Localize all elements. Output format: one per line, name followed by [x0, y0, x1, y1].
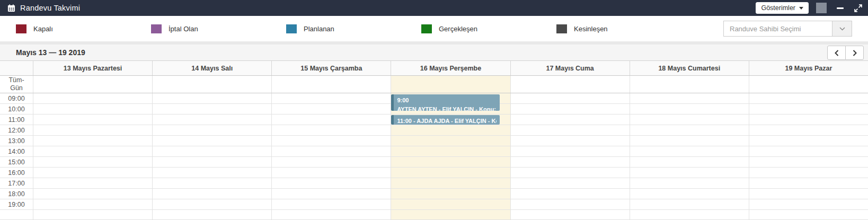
time-slot-cell[interactable] [153, 115, 271, 125]
owner-select-dropdown-button[interactable] [832, 21, 852, 37]
time-slot-cell[interactable] [511, 146, 630, 157]
time-slot-cell[interactable] [749, 210, 868, 220]
allday-cell[interactable] [152, 76, 271, 93]
time-slot-cell[interactable] [391, 136, 510, 146]
time-slot-cell[interactable] [749, 104, 868, 115]
time-slot-cell[interactable] [33, 189, 152, 199]
time-slot-cell[interactable] [153, 210, 271, 220]
allday-cell[interactable] [33, 76, 152, 93]
views-dropdown-button[interactable]: Gösterimler [756, 2, 809, 14]
next-week-button[interactable] [845, 46, 864, 60]
time-slot-cell[interactable] [272, 115, 391, 125]
time-slot-cell[interactable] [33, 146, 152, 157]
time-slot-cell[interactable] [630, 93, 749, 104]
time-slot-cell[interactable] [511, 104, 630, 115]
time-slot-cell[interactable] [511, 168, 630, 178]
appointment[interactable]: 11:00 - AJDA AJDA - Elif YALÇIN - Konu: … [391, 115, 499, 125]
gray-square-button[interactable] [816, 3, 827, 13]
time-slot-cell[interactable] [630, 168, 749, 178]
time-slot-cell[interactable] [630, 157, 749, 168]
time-slot-cell[interactable] [391, 125, 510, 136]
time-slot-cell[interactable] [749, 178, 868, 189]
time-slot-cell[interactable] [153, 189, 271, 199]
time-slot-cell[interactable] [749, 115, 868, 125]
time-slot-cell[interactable] [511, 136, 630, 146]
time-slot-cell[interactable] [272, 210, 391, 220]
time-slot-cell[interactable] [749, 168, 868, 178]
minimize-button[interactable] [835, 3, 845, 13]
time-slot-cell[interactable] [272, 125, 391, 136]
time-slot-cell[interactable] [630, 146, 749, 157]
time-slot-cell[interactable] [391, 178, 510, 189]
time-slot-cell[interactable] [272, 168, 391, 178]
time-slot-cell[interactable] [272, 189, 391, 199]
time-slot-cell[interactable] [630, 189, 749, 199]
time-slot-cell[interactable] [272, 146, 391, 157]
time-slot-cell[interactable] [33, 199, 152, 210]
allday-cell[interactable] [271, 76, 391, 93]
time-slot-cell[interactable] [33, 125, 152, 136]
time-slot-cell[interactable] [153, 168, 271, 178]
time-slot-cell[interactable] [511, 178, 630, 189]
allday-cell[interactable] [510, 76, 630, 93]
time-slot-cell[interactable] [153, 125, 271, 136]
time-slot-cell[interactable] [272, 157, 391, 168]
time-slot-cell[interactable] [749, 157, 868, 168]
time-slot-cell[interactable] [511, 93, 630, 104]
time-slot-cell[interactable] [630, 125, 749, 136]
time-slot-cell[interactable] [630, 178, 749, 189]
time-slot-cell[interactable] [511, 157, 630, 168]
time-slot-cell[interactable] [33, 136, 152, 146]
time-slot-cell[interactable] [511, 199, 630, 210]
time-slot-cell[interactable] [749, 189, 868, 199]
previous-week-button[interactable] [827, 46, 846, 60]
time-slot-cell[interactable] [511, 125, 630, 136]
time-slot-cell[interactable] [749, 199, 868, 210]
time-slot-cell[interactable] [33, 93, 152, 104]
time-slot-cell[interactable] [630, 104, 749, 115]
time-slot-cell[interactable] [749, 125, 868, 136]
time-slot-cell[interactable] [391, 199, 510, 210]
time-slot-cell[interactable] [33, 178, 152, 189]
time-slot-cell[interactable] [630, 199, 749, 210]
time-slot-cell[interactable] [391, 157, 510, 168]
time-slot-cell[interactable] [391, 146, 510, 157]
time-slot-cell[interactable] [33, 104, 152, 115]
time-slot-cell[interactable] [33, 157, 152, 168]
appointment[interactable]: 9:00AYTEN AYTEN - Elif YALÇIN - Konu: E [391, 94, 499, 111]
time-slot-cell[interactable] [630, 136, 749, 146]
time-slot-cell[interactable] [33, 210, 152, 220]
time-slot-cell[interactable] [33, 115, 152, 125]
time-slot-cell[interactable] [153, 178, 271, 189]
time-slot-cell[interactable] [511, 115, 630, 125]
time-slot-cell[interactable] [511, 189, 630, 199]
time-slot-cell[interactable] [749, 93, 868, 104]
time-slot-cell[interactable] [630, 210, 749, 220]
allday-cell[interactable] [630, 76, 749, 93]
time-slot-cell[interactable] [511, 210, 630, 220]
time-slot-cell[interactable] [272, 199, 391, 210]
time-slot-cell[interactable] [272, 104, 391, 115]
time-slot-cell[interactable] [153, 157, 271, 168]
time-slot-cell[interactable] [272, 178, 391, 189]
time-slot-cell[interactable] [391, 189, 510, 199]
time-slot-cell[interactable] [391, 168, 510, 178]
time-slot-cell[interactable] [153, 199, 271, 210]
time-slot-cell[interactable] [749, 146, 868, 157]
time-slot-cell[interactable] [153, 136, 271, 146]
time-slot-cell[interactable] [153, 104, 271, 115]
day-header: 15 Mayıs Çarşamba [271, 61, 391, 75]
time-slot-cell[interactable] [272, 93, 391, 104]
time-label: 12:00 [0, 125, 33, 136]
time-slot-cell[interactable] [272, 136, 391, 146]
owner-select-input[interactable] [723, 21, 832, 37]
time-slot-cell[interactable] [391, 210, 510, 220]
fullscreen-button[interactable] [853, 3, 863, 13]
allday-cell[interactable] [749, 76, 868, 93]
time-slot-cell[interactable] [749, 136, 868, 146]
time-slot-cell[interactable] [33, 168, 152, 178]
allday-cell[interactable] [391, 76, 510, 93]
time-slot-cell[interactable] [630, 115, 749, 125]
time-slot-cell[interactable] [153, 146, 271, 157]
time-slot-cell[interactable] [153, 93, 271, 104]
